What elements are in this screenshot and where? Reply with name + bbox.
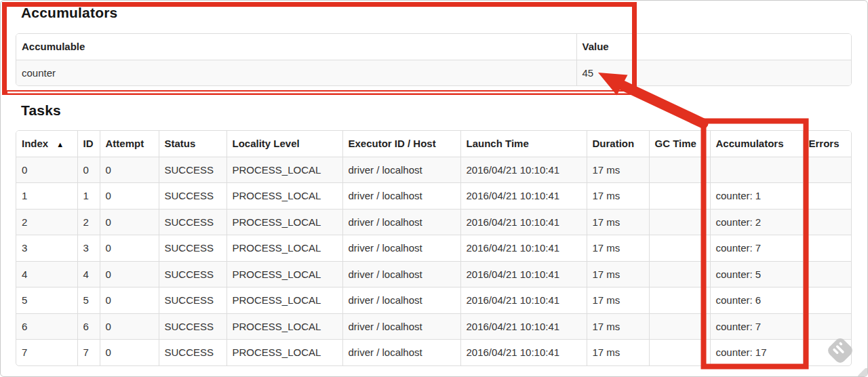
- cell-duration: 17 ms: [587, 183, 649, 210]
- cell-index: 4: [16, 261, 77, 287]
- cell-errors: [803, 235, 851, 262]
- cell-errors: [803, 157, 851, 183]
- cell-id: 2: [77, 209, 100, 235]
- cell-duration: 17 ms: [587, 287, 649, 314]
- cell-gc-time: [649, 157, 710, 183]
- cell-id: 4: [77, 261, 100, 287]
- cell-errors: [803, 261, 851, 287]
- cell-index: 0: [16, 157, 77, 183]
- cell-id: 1: [77, 183, 100, 210]
- task-row: 7 7 0 SUCCESS PROCESS_LOCAL driver / loc…: [16, 340, 851, 365]
- cell-id: 7: [77, 340, 100, 365]
- cell-accumulators: counter: 7: [710, 235, 803, 262]
- cell-index: 6: [16, 313, 77, 340]
- cell-status: SUCCESS: [159, 261, 226, 287]
- cell-id: 6: [77, 313, 100, 340]
- cell-errors: [803, 313, 851, 340]
- cell-locality: PROCESS_LOCAL: [226, 287, 342, 314]
- spark-ui-page: Accumulators Accumulable Value counter 4…: [0, 0, 868, 377]
- cell-accumulators: counter: 7: [710, 313, 803, 340]
- task-row: 2 2 0 SUCCESS PROCESS_LOCAL driver / loc…: [16, 209, 851, 235]
- cell-status: SUCCESS: [159, 340, 226, 365]
- cell-accumulators: counter: 2: [710, 209, 803, 235]
- column-header-duration[interactable]: Duration: [587, 131, 649, 157]
- tasks-section-heading: Tasks: [21, 102, 61, 119]
- cell-locality: PROCESS_LOCAL: [226, 340, 342, 365]
- column-header-index-label: Index: [22, 138, 48, 149]
- cell-index: 5: [16, 287, 77, 314]
- cell-index: 1: [16, 183, 77, 210]
- cell-executor: driver / localhost: [342, 340, 460, 365]
- cell-accumulators: [710, 157, 803, 183]
- cell-accumulable-value: 45: [576, 60, 851, 85]
- column-header-launch-time[interactable]: Launch Time: [460, 131, 587, 157]
- cell-locality: PROCESS_LOCAL: [226, 209, 342, 235]
- cell-gc-time: [649, 261, 710, 287]
- cell-launch-time: 2016/04/21 10:10:41: [460, 235, 587, 262]
- accumulators-section-heading: Accumulators: [21, 5, 117, 21]
- tasks-table: Index▲ ID Attempt Status Locality Level …: [16, 130, 852, 366]
- cell-launch-time: 2016/04/21 10:10:41: [460, 287, 587, 314]
- column-header-errors[interactable]: Errors: [803, 131, 851, 157]
- column-header-status[interactable]: Status: [159, 131, 226, 157]
- cell-duration: 17 ms: [587, 157, 649, 183]
- cell-status: SUCCESS: [159, 313, 226, 340]
- cell-duration: 17 ms: [587, 340, 649, 365]
- column-header-attempt[interactable]: Attempt: [100, 131, 159, 157]
- cell-executor: driver / localhost: [342, 209, 460, 235]
- cell-duration: 17 ms: [587, 261, 649, 287]
- cell-gc-time: [649, 340, 710, 365]
- cell-launch-time: 2016/04/21 10:10:41: [460, 209, 587, 235]
- cell-duration: 17 ms: [587, 235, 649, 262]
- cell-gc-time: [649, 183, 710, 210]
- cell-gc-time: [649, 287, 710, 314]
- cell-attempt: 0: [100, 157, 159, 183]
- cell-attempt: 0: [100, 287, 159, 314]
- accumulators-table: Accumulable Value counter 45: [16, 33, 852, 86]
- cell-duration: 17 ms: [587, 209, 649, 235]
- cell-gc-time: [649, 313, 710, 340]
- cell-id: 5: [77, 287, 100, 314]
- accumulator-row: counter 45: [16, 60, 851, 85]
- column-header-executor-id-host[interactable]: Executor ID / Host: [342, 131, 460, 157]
- cell-launch-time: 2016/04/21 10:10:41: [460, 261, 587, 287]
- column-header-index[interactable]: Index▲: [16, 131, 77, 157]
- column-header-id[interactable]: ID: [77, 131, 100, 157]
- column-header-locality-level[interactable]: Locality Level: [226, 131, 342, 157]
- cell-launch-time: 2016/04/21 10:10:41: [460, 157, 587, 183]
- tasks-table-header-row: Index▲ ID Attempt Status Locality Level …: [16, 131, 851, 157]
- cell-errors: [803, 183, 851, 210]
- cell-index: 7: [16, 340, 77, 365]
- cell-attempt: 0: [100, 261, 159, 287]
- task-row: 4 4 0 SUCCESS PROCESS_LOCAL driver / loc…: [16, 261, 851, 287]
- task-row: 6 6 0 SUCCESS PROCESS_LOCAL driver / loc…: [16, 313, 851, 340]
- cell-status: SUCCESS: [159, 209, 226, 235]
- cell-locality: PROCESS_LOCAL: [226, 183, 342, 210]
- column-header-accumulable: Accumulable: [16, 34, 576, 60]
- task-row: 1 1 0 SUCCESS PROCESS_LOCAL driver / loc…: [16, 183, 851, 210]
- cell-duration: 17 ms: [587, 313, 649, 340]
- cell-locality: PROCESS_LOCAL: [226, 235, 342, 262]
- cell-launch-time: 2016/04/21 10:10:41: [460, 183, 587, 210]
- cell-id: 3: [77, 235, 100, 262]
- cell-accumulable-name: counter: [16, 60, 576, 85]
- column-header-accumulators[interactable]: Accumulators: [710, 131, 803, 157]
- cell-executor: driver / localhost: [342, 235, 460, 262]
- cell-status: SUCCESS: [159, 235, 226, 262]
- cell-errors: [803, 287, 851, 314]
- cell-executor: driver / localhost: [342, 261, 460, 287]
- cell-locality: PROCESS_LOCAL: [226, 313, 342, 340]
- sort-ascending-icon: ▲: [56, 140, 64, 148]
- cell-executor: driver / localhost: [342, 287, 460, 314]
- column-header-gc-time[interactable]: GC Time: [649, 131, 710, 157]
- cell-locality: PROCESS_LOCAL: [226, 261, 342, 287]
- task-row: 0 0 0 SUCCESS PROCESS_LOCAL driver / loc…: [16, 157, 851, 183]
- cell-status: SUCCESS: [159, 183, 226, 210]
- cell-accumulators: counter: 1: [710, 183, 803, 210]
- partial-watermark-corner: [858, 368, 868, 377]
- cell-executor: driver / localhost: [342, 183, 460, 210]
- cell-status: SUCCESS: [159, 287, 226, 314]
- cell-locality: PROCESS_LOCAL: [226, 157, 342, 183]
- cell-accumulators: counter: 5: [710, 261, 803, 287]
- cell-index: 3: [16, 235, 77, 262]
